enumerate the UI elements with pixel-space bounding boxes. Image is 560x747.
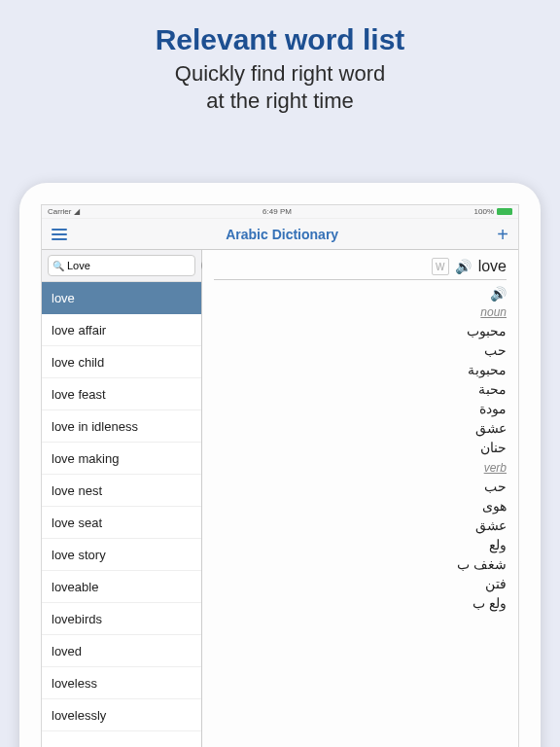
sidebar: 🔍 ✕ lovelove affairlove childlove feastl… xyxy=(42,250,202,747)
pos-noun: noun xyxy=(214,305,507,319)
translation: شغف ب xyxy=(214,554,507,574)
translation: محبوبة xyxy=(214,360,507,379)
translation: ولع ب xyxy=(214,593,507,613)
content-area: 🔍 ✕ lovelove affairlove childlove feastl… xyxy=(42,250,518,747)
status-bar: Carrier ◢ 6:49 PM 100% xyxy=(42,205,518,219)
list-item[interactable]: love making xyxy=(42,443,201,475)
translation: حب xyxy=(214,477,507,496)
menu-icon[interactable] xyxy=(52,229,67,240)
list-item[interactable]: love xyxy=(42,282,201,314)
list-item[interactable]: loveable xyxy=(42,571,201,603)
word-list[interactable]: lovelove affairlove childlove feastlove … xyxy=(42,282,201,747)
promo-subtitle: Quickly find right word at the right tim… xyxy=(19,60,541,114)
list-item[interactable]: love story xyxy=(42,539,201,571)
pronounce-row: 🔊 xyxy=(214,286,507,302)
document-icon[interactable]: W xyxy=(432,258,449,275)
wifi-icon: ◢ xyxy=(74,207,80,216)
add-button[interactable]: + xyxy=(497,225,508,244)
translation: فتن xyxy=(214,574,507,593)
navbar: Arabic Dictionary + xyxy=(42,219,518,250)
list-item[interactable]: loved xyxy=(42,635,201,667)
translation: هوى xyxy=(214,496,507,516)
carrier-label: Carrier xyxy=(48,207,71,216)
translation: عشق xyxy=(214,418,507,438)
translation: محبة xyxy=(214,379,507,399)
translation: ولع xyxy=(214,535,507,554)
detail-word: love xyxy=(478,258,507,275)
list-item[interactable]: lovebirds xyxy=(42,603,201,635)
pronounce-icon[interactable]: 🔊 xyxy=(490,286,507,302)
search-icon: 🔍 xyxy=(52,261,64,271)
list-item[interactable]: love seat xyxy=(42,507,201,539)
noun-translations: محبوبحبمحبوبةمحبةمودةعشقحنان xyxy=(214,321,507,457)
search-box[interactable]: 🔍 ✕ xyxy=(48,255,195,276)
list-item[interactable]: love affair xyxy=(42,314,201,346)
list-item[interactable]: love nest xyxy=(42,475,201,507)
promo-title: Relevant word list xyxy=(19,23,541,56)
list-item[interactable]: love child xyxy=(42,346,201,378)
translation: مودة xyxy=(214,399,507,418)
translation: حب xyxy=(214,340,507,360)
translation: عشق xyxy=(214,516,507,535)
detail-pane: W 🔊 love 🔊 noun محبوبحبمحبوبةمحبةمودةعشق… xyxy=(202,250,518,747)
app-screen: Carrier ◢ 6:49 PM 100% Arabic Dictionary… xyxy=(41,204,519,747)
list-item[interactable]: love feast xyxy=(42,378,201,410)
battery-pct: 100% xyxy=(474,207,494,216)
translation: محبوب xyxy=(214,321,507,340)
battery-icon xyxy=(497,208,512,215)
pos-verb: verb xyxy=(214,461,507,475)
list-item[interactable]: loveless xyxy=(42,667,201,699)
status-time: 6:49 PM xyxy=(262,207,292,216)
detail-header: W 🔊 love xyxy=(214,258,507,280)
list-item[interactable]: love in idleness xyxy=(42,410,201,443)
search-input[interactable] xyxy=(64,260,201,271)
tablet-frame: Carrier ◢ 6:49 PM 100% Arabic Dictionary… xyxy=(19,183,541,747)
verb-translations: حبهوىعشقولعشغف بفتنولع ب xyxy=(214,477,507,613)
list-item[interactable]: lovelessly xyxy=(42,699,201,731)
navbar-title: Arabic Dictionary xyxy=(226,227,338,242)
speaker-icon[interactable]: 🔊 xyxy=(455,258,472,275)
translation: حنان xyxy=(214,438,507,457)
promo-header: Relevant word list Quickly find right wo… xyxy=(0,0,560,131)
search-wrap: 🔍 ✕ xyxy=(42,250,201,282)
